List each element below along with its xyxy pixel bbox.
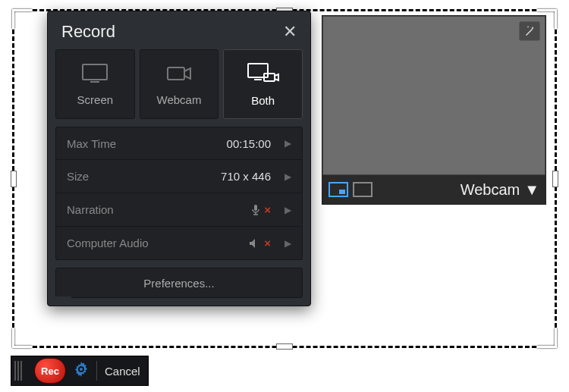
webcam-source-dropdown[interactable]: Webcam ▼	[461, 181, 539, 199]
edge-handle-bottom[interactable]	[276, 343, 293, 350]
chevron-down-icon: ▼	[524, 181, 539, 199]
webcam-panel: Webcam ▼	[322, 15, 546, 205]
preferences-label: Preferences...	[143, 277, 214, 290]
svg-rect-0	[83, 64, 107, 80]
setting-size[interactable]: Size 710 x 446 ▶	[55, 160, 303, 193]
svg-rect-2	[168, 67, 184, 80]
mode-both-button[interactable]: Both	[223, 49, 303, 119]
corner-handle-bl[interactable]	[12, 328, 32, 348]
monitor-icon	[80, 62, 110, 87]
cancel-label: Cancel	[105, 365, 140, 378]
webcam-footer: Webcam ▼	[322, 175, 545, 204]
mode-screen-button[interactable]: Screen	[55, 49, 135, 119]
mode-webcam-button[interactable]: Webcam	[140, 49, 219, 119]
effects-button[interactable]	[519, 21, 540, 41]
record-popover: Record ✕ Screen Webcam Both Max Time	[47, 11, 311, 306]
webcam-preview	[322, 16, 545, 175]
separator	[96, 361, 97, 381]
chevron-right-icon: ▶	[284, 138, 291, 149]
mode-screen-label: Screen	[77, 93, 114, 106]
screen-plus-camera-icon	[246, 61, 281, 88]
camera-icon	[164, 62, 194, 87]
corner-handle-br[interactable]	[537, 328, 557, 348]
settings-gear-button[interactable]	[74, 362, 89, 380]
narration-label: Narration	[67, 203, 114, 216]
disabled-x-icon: ×	[264, 203, 271, 216]
disabled-x-icon: ×	[264, 237, 271, 249]
cancel-button[interactable]: Cancel	[105, 365, 140, 378]
setting-computer-audio[interactable]: Computer Audio × ▶	[55, 227, 303, 260]
svg-rect-3	[248, 64, 268, 77]
layout-pip-button[interactable]	[329, 182, 348, 197]
record-button[interactable]: Rec	[34, 358, 66, 384]
control-bar: Rec Cancel	[11, 356, 149, 386]
close-button[interactable]: ✕	[283, 22, 297, 42]
chevron-right-icon: ▶	[284, 205, 291, 215]
corner-handle-tl[interactable]	[12, 9, 32, 29]
setting-narration[interactable]: Narration × ▶	[55, 193, 303, 227]
microphone-icon: ×	[250, 203, 271, 216]
edge-handle-left[interactable]	[11, 171, 17, 187]
size-value: 710 x 446	[221, 170, 271, 183]
speaker-icon: ×	[249, 237, 271, 249]
grip-handle[interactable]	[14, 361, 22, 381]
chevron-right-icon: ▶	[284, 171, 291, 182]
magic-wand-icon	[523, 25, 536, 37]
chevron-right-icon: ▶	[284, 238, 291, 249]
mode-both-label: Both	[251, 94, 275, 107]
preferences-button[interactable]: Preferences...	[55, 268, 303, 298]
webcam-source-label: Webcam	[461, 181, 520, 199]
edge-handle-right[interactable]	[552, 171, 558, 187]
gear-icon	[74, 362, 89, 377]
close-icon: ✕	[283, 22, 297, 41]
maxtime-value: 00:15:00	[227, 137, 271, 150]
svg-rect-1	[90, 81, 99, 83]
popover-title: Record	[61, 22, 115, 42]
setting-max-time[interactable]: Max Time 00:15:00 ▶	[55, 127, 303, 160]
computer-audio-label: Computer Audio	[67, 237, 149, 249]
record-button-label: Rec	[41, 365, 59, 377]
svg-rect-6	[254, 205, 257, 211]
svg-rect-4	[254, 79, 262, 80]
mode-webcam-label: Webcam	[157, 93, 202, 106]
layout-full-button[interactable]	[353, 182, 373, 197]
size-label: Size	[67, 170, 89, 183]
maxtime-label: Max Time	[67, 137, 116, 150]
